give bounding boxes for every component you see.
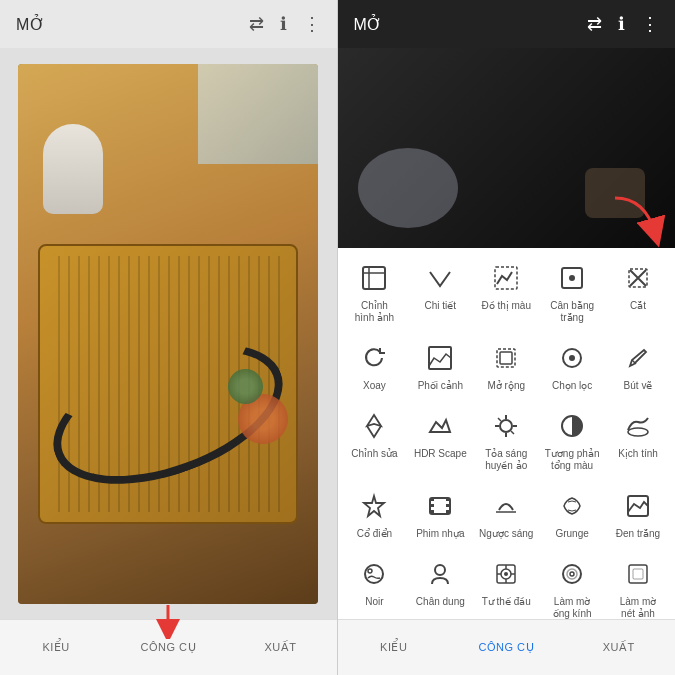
info-icon[interactable]: ℹ [280,13,287,35]
right-nav-xuat-label: XUẤT [603,641,635,654]
left-nav-congcu-label: CÔNG CỤ [141,641,197,654]
noir-icon [356,556,392,592]
mo-rong-label: Mở rộng [487,380,525,392]
svg-point-37 [504,572,508,576]
svg-point-42 [563,565,581,583]
co-dien-label: Cổ điển [357,528,392,540]
svg-rect-10 [500,352,512,364]
toa-sang-icon [488,408,524,444]
do-thi-mau-icon [488,260,524,296]
left-header: MỞ ⇄ ℹ ⋮ [0,0,337,48]
xoay-label: Xoay [363,380,386,392]
tool-nguoc-sang[interactable]: Ngược sáng [476,484,536,544]
svg-rect-26 [430,510,434,513]
right-bottom-nav: KIỂU CÔNG CỤ XUẤT [338,619,676,675]
tools-grid: Chỉnhhình ảnh Chi tiết Đồ thị màu Cân bằ… [338,248,676,619]
chinh-sua-label: Chỉnh sửa [351,448,397,460]
lam-mo-net-anh-label: Làm mờnét ảnh [620,596,657,619]
tool-co-dien[interactable]: Cổ điển [344,484,404,544]
kich-tinh-label: Kịch tính [618,448,658,460]
svg-line-20 [511,431,514,434]
chinh-sua-icon [356,408,392,444]
tool-but-ve[interactable]: Bút vẽ [608,336,668,396]
tool-lam-mo-net-anh[interactable]: Làm mờnét ảnh [608,552,668,619]
right-header-icons: ⇄ ℹ ⋮ [587,13,659,35]
right-info-icon[interactable]: ℹ [618,13,625,35]
svg-rect-1 [363,267,385,289]
tool-xoay[interactable]: Xoay [344,336,404,396]
right-nav-cong-cu[interactable]: CÔNG CỤ [450,641,563,654]
chan-dung-label: Chân dung [416,596,465,608]
can-bang-trang-label: Cân bằngtrắng [550,300,594,324]
chon-loc-icon [554,340,590,376]
svg-rect-28 [446,504,450,507]
tool-noir[interactable]: Noir [344,552,404,619]
chi-tiet-label: Chi tiết [425,300,457,312]
more-icon[interactable]: ⋮ [303,13,321,35]
left-nav-kieu-label: KIỂU [42,641,69,654]
photo-beads2 [228,369,263,404]
tool-do-thi-mau[interactable]: Đồ thị màu [476,256,536,328]
left-bottom-nav: KIỂU CÔNG CỤ XUẤT [0,619,337,675]
tool-cat[interactable]: Cắt [608,256,668,328]
tool-chinh-sua[interactable]: Chỉnh sửa [344,404,404,476]
tool-tuong-phan[interactable]: Tương phảntổng màu [542,404,602,476]
right-header: MỞ ⇄ ℹ ⋮ [338,0,676,48]
tool-den-trang[interactable]: Đen trắng [608,484,668,544]
do-thi-mau-label: Đồ thị màu [481,300,531,312]
left-nav-xuat[interactable]: XUẤT [224,641,336,654]
hdr-scape-icon [422,408,458,444]
nguoc-sang-icon [488,488,524,524]
left-panel: MỞ ⇄ ℹ ⋮ KIỂU [0,0,337,675]
svg-point-44 [570,572,574,576]
tool-phim-nhua[interactable]: Phim nhựa [410,484,470,544]
tool-chi-tiet[interactable]: Chi tiết [410,256,470,328]
tool-mo-rong[interactable]: Mở rộng [476,336,536,396]
svg-point-6 [569,275,575,281]
chinh-hinh-anh-label: Chỉnhhình ảnh [355,300,394,324]
right-nav-xuat[interactable]: XUẤT [563,641,676,654]
tool-chinh-hinh-anh[interactable]: Chỉnhhình ảnh [344,256,404,328]
phim-nhua-label: Phim nhựa [416,528,464,540]
right-nav-kieu-label: KIỂU [380,641,407,654]
chinh-hinh-anh-icon [356,260,392,296]
svg-line-19 [498,418,501,421]
tool-tu-the-dau[interactable]: Tư thế đầu [476,552,536,619]
right-nav-congcu-label: CÔNG CỤ [479,641,535,654]
right-more-icon[interactable]: ⋮ [641,13,659,35]
cat-icon [620,260,656,296]
left-nav-xuat-label: XUẤT [264,641,296,654]
tools-row-2: Xoay Phối cảnh Mở rộng Chọn lọc [342,336,672,396]
transfer-icon[interactable]: ⇄ [249,13,264,35]
but-ve-label: Bút vẽ [624,380,653,392]
tool-hdr-scape[interactable]: HDR Scape [410,404,470,476]
right-nav-kieu[interactable]: KIỂU [338,641,451,654]
mo-rong-icon [488,340,524,376]
tool-lam-mo-ong-kinh[interactable]: Làm mờống kính [542,552,602,619]
svg-rect-25 [430,504,434,507]
tool-phoi-canh[interactable]: Phối cảnh [410,336,470,396]
left-image-area [0,48,337,619]
svg-point-22 [628,428,648,436]
tool-chon-loc[interactable]: Chọn lọc [542,336,602,396]
left-photo [18,64,318,604]
grunge-icon [554,488,590,524]
right-title: MỞ [354,15,383,34]
tool-toa-sang[interactable]: Tỏa sánghuyền ảo [476,404,536,476]
right-transfer-icon[interactable]: ⇄ [587,13,602,35]
left-nav-kieu[interactable]: KIỂU [0,641,112,654]
phoi-canh-icon [422,340,458,376]
phoi-canh-label: Phối cảnh [418,380,463,392]
left-nav-cong-cu[interactable]: CÔNG CỤ [112,641,224,654]
svg-rect-24 [430,498,434,501]
tool-grunge[interactable]: Grunge [542,484,602,544]
svg-rect-8 [429,347,451,369]
tool-can-bang-trang[interactable]: Cân bằngtrắng [542,256,602,328]
photo-window [198,64,318,164]
tool-kich-tinh[interactable]: Kịch tính [608,404,668,476]
hdr-scape-label: HDR Scape [414,448,467,460]
tuong-phan-icon [554,408,590,444]
xoay-icon [356,340,392,376]
den-trang-label: Đen trắng [616,528,660,540]
tool-chan-dung[interactable]: Chân dung [410,552,470,619]
